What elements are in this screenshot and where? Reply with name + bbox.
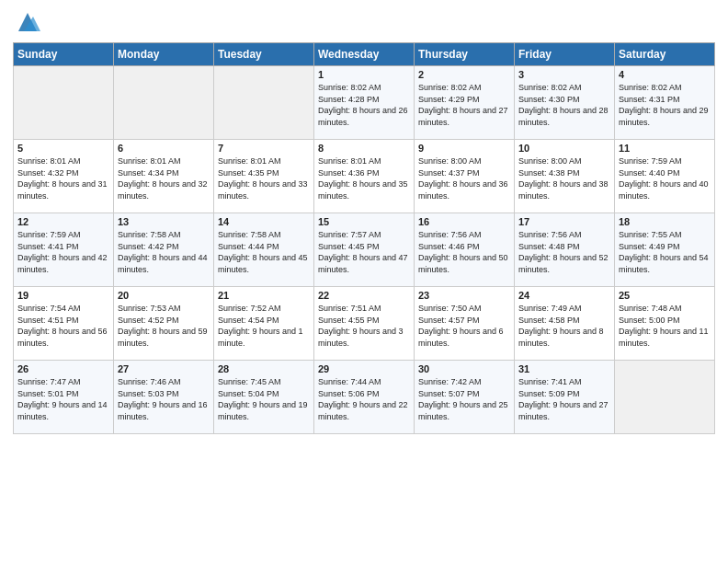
day-info: Sunrise: 7:53 AM Sunset: 4:52 PM Dayligh…: [118, 303, 210, 349]
day-cell: 10Sunrise: 8:00 AM Sunset: 4:38 PM Dayli…: [515, 140, 615, 213]
day-number: 20: [118, 290, 210, 301]
day-info: Sunrise: 7:58 AM Sunset: 4:44 PM Dayligh…: [218, 229, 310, 275]
day-number: 5: [17, 143, 109, 154]
weekday-header-row: SundayMondayTuesdayWednesdayThursdayFrid…: [14, 43, 715, 66]
day-cell: [114, 66, 214, 140]
week-row-4: 19Sunrise: 7:54 AM Sunset: 4:51 PM Dayli…: [14, 287, 715, 361]
day-number: 17: [518, 216, 610, 227]
calendar-table: SundayMondayTuesdayWednesdayThursdayFrid…: [13, 42, 715, 434]
day-number: 24: [518, 290, 610, 301]
day-cell: 1Sunrise: 8:02 AM Sunset: 4:28 PM Daylig…: [314, 66, 415, 140]
day-cell: 30Sunrise: 7:42 AM Sunset: 5:07 PM Dayli…: [415, 361, 515, 434]
day-info: Sunrise: 8:01 AM Sunset: 4:34 PM Dayligh…: [118, 155, 210, 201]
day-info: Sunrise: 8:01 AM Sunset: 4:36 PM Dayligh…: [318, 155, 410, 201]
day-info: Sunrise: 7:59 AM Sunset: 4:41 PM Dayligh…: [17, 229, 109, 275]
day-number: 14: [218, 216, 310, 227]
day-number: 29: [318, 363, 410, 374]
day-number: 19: [17, 290, 109, 301]
day-number: 30: [418, 363, 510, 374]
day-number: 22: [318, 290, 410, 301]
day-cell: 11Sunrise: 7:59 AM Sunset: 4:40 PM Dayli…: [615, 140, 715, 213]
day-number: 7: [218, 143, 310, 154]
day-number: 27: [118, 363, 210, 374]
day-cell: [14, 66, 114, 140]
day-cell: 12Sunrise: 7:59 AM Sunset: 4:41 PM Dayli…: [14, 213, 114, 287]
week-row-5: 26Sunrise: 7:47 AM Sunset: 5:01 PM Dayli…: [14, 361, 715, 434]
weekday-header-wednesday: Wednesday: [314, 43, 415, 66]
day-info: Sunrise: 7:56 AM Sunset: 4:46 PM Dayligh…: [418, 229, 510, 275]
day-cell: 14Sunrise: 7:58 AM Sunset: 4:44 PM Dayli…: [214, 213, 314, 287]
logo-icon: [15, 9, 40, 35]
day-cell: 22Sunrise: 7:51 AM Sunset: 4:55 PM Dayli…: [314, 287, 415, 361]
day-info: Sunrise: 7:48 AM Sunset: 5:00 PM Dayligh…: [619, 303, 711, 349]
day-cell: 25Sunrise: 7:48 AM Sunset: 5:00 PM Dayli…: [615, 287, 715, 361]
day-info: Sunrise: 8:01 AM Sunset: 4:35 PM Dayligh…: [218, 155, 310, 201]
day-number: 26: [17, 363, 109, 374]
day-cell: 29Sunrise: 7:44 AM Sunset: 5:06 PM Dayli…: [314, 361, 415, 434]
day-cell: 21Sunrise: 7:52 AM Sunset: 4:54 PM Dayli…: [214, 287, 314, 361]
day-info: Sunrise: 7:57 AM Sunset: 4:45 PM Dayligh…: [318, 229, 410, 275]
weekday-header-monday: Monday: [114, 43, 214, 66]
day-cell: 13Sunrise: 7:58 AM Sunset: 4:42 PM Dayli…: [114, 213, 214, 287]
day-number: 3: [518, 69, 610, 80]
logo: [13, 9, 40, 35]
day-cell: 31Sunrise: 7:41 AM Sunset: 5:09 PM Dayli…: [515, 361, 615, 434]
day-info: Sunrise: 8:00 AM Sunset: 4:37 PM Dayligh…: [418, 155, 510, 201]
day-cell: 16Sunrise: 7:56 AM Sunset: 4:46 PM Dayli…: [415, 213, 515, 287]
weekday-header-thursday: Thursday: [415, 43, 515, 66]
day-cell: 15Sunrise: 7:57 AM Sunset: 4:45 PM Dayli…: [314, 213, 415, 287]
day-info: Sunrise: 7:56 AM Sunset: 4:48 PM Dayligh…: [518, 229, 610, 275]
day-number: 1: [318, 69, 410, 80]
day-cell: 8Sunrise: 8:01 AM Sunset: 4:36 PM Daylig…: [314, 140, 415, 213]
day-number: 9: [418, 143, 510, 154]
day-number: 31: [518, 363, 610, 374]
day-info: Sunrise: 7:54 AM Sunset: 4:51 PM Dayligh…: [17, 303, 109, 349]
day-cell: 20Sunrise: 7:53 AM Sunset: 4:52 PM Dayli…: [114, 287, 214, 361]
day-cell: 5Sunrise: 8:01 AM Sunset: 4:32 PM Daylig…: [14, 140, 114, 213]
day-info: Sunrise: 8:02 AM Sunset: 4:29 PM Dayligh…: [418, 82, 510, 128]
day-number: 2: [418, 69, 510, 80]
day-info: Sunrise: 7:41 AM Sunset: 5:09 PM Dayligh…: [518, 376, 610, 422]
day-info: Sunrise: 7:50 AM Sunset: 4:57 PM Dayligh…: [418, 303, 510, 349]
weekday-header-sunday: Sunday: [14, 43, 114, 66]
day-number: 21: [218, 290, 310, 301]
day-number: 12: [17, 216, 109, 227]
day-number: 6: [118, 143, 210, 154]
day-info: Sunrise: 7:49 AM Sunset: 4:58 PM Dayligh…: [518, 303, 610, 349]
day-cell: 27Sunrise: 7:46 AM Sunset: 5:03 PM Dayli…: [114, 361, 214, 434]
day-info: Sunrise: 7:42 AM Sunset: 5:07 PM Dayligh…: [418, 376, 510, 422]
week-row-3: 12Sunrise: 7:59 AM Sunset: 4:41 PM Dayli…: [14, 213, 715, 287]
day-info: Sunrise: 8:02 AM Sunset: 4:28 PM Dayligh…: [318, 82, 410, 128]
day-info: Sunrise: 7:59 AM Sunset: 4:40 PM Dayligh…: [619, 155, 711, 201]
day-number: 25: [619, 290, 711, 301]
day-info: Sunrise: 7:55 AM Sunset: 4:49 PM Dayligh…: [619, 229, 711, 275]
day-cell: 18Sunrise: 7:55 AM Sunset: 4:49 PM Dayli…: [615, 213, 715, 287]
day-cell: 2Sunrise: 8:02 AM Sunset: 4:29 PM Daylig…: [415, 66, 515, 140]
day-cell: 4Sunrise: 8:02 AM Sunset: 4:31 PM Daylig…: [615, 66, 715, 140]
day-info: Sunrise: 8:01 AM Sunset: 4:32 PM Dayligh…: [17, 155, 109, 201]
day-info: Sunrise: 8:02 AM Sunset: 4:31 PM Dayligh…: [619, 82, 711, 128]
day-info: Sunrise: 7:58 AM Sunset: 4:42 PM Dayligh…: [118, 229, 210, 275]
day-number: 11: [619, 143, 711, 154]
day-info: Sunrise: 8:02 AM Sunset: 4:30 PM Dayligh…: [518, 82, 610, 128]
day-cell: 28Sunrise: 7:45 AM Sunset: 5:04 PM Dayli…: [214, 361, 314, 434]
day-cell: [615, 361, 715, 434]
day-number: 28: [218, 363, 310, 374]
weekday-header-saturday: Saturday: [615, 43, 715, 66]
day-info: Sunrise: 7:47 AM Sunset: 5:01 PM Dayligh…: [17, 376, 109, 422]
day-cell: 26Sunrise: 7:47 AM Sunset: 5:01 PM Dayli…: [14, 361, 114, 434]
day-number: 15: [318, 216, 410, 227]
day-info: Sunrise: 7:44 AM Sunset: 5:06 PM Dayligh…: [318, 376, 410, 422]
day-cell: 17Sunrise: 7:56 AM Sunset: 4:48 PM Dayli…: [515, 213, 615, 287]
day-info: Sunrise: 8:00 AM Sunset: 4:38 PM Dayligh…: [518, 155, 610, 201]
day-info: Sunrise: 7:51 AM Sunset: 4:55 PM Dayligh…: [318, 303, 410, 349]
week-row-2: 5Sunrise: 8:01 AM Sunset: 4:32 PM Daylig…: [14, 140, 715, 213]
weekday-header-friday: Friday: [515, 43, 615, 66]
day-cell: 9Sunrise: 8:00 AM Sunset: 4:37 PM Daylig…: [415, 140, 515, 213]
day-cell: 7Sunrise: 8:01 AM Sunset: 4:35 PM Daylig…: [214, 140, 314, 213]
day-number: 23: [418, 290, 510, 301]
day-info: Sunrise: 7:52 AM Sunset: 4:54 PM Dayligh…: [218, 303, 310, 349]
day-number: 16: [418, 216, 510, 227]
day-cell: 6Sunrise: 8:01 AM Sunset: 4:34 PM Daylig…: [114, 140, 214, 213]
day-cell: 23Sunrise: 7:50 AM Sunset: 4:57 PM Dayli…: [415, 287, 515, 361]
